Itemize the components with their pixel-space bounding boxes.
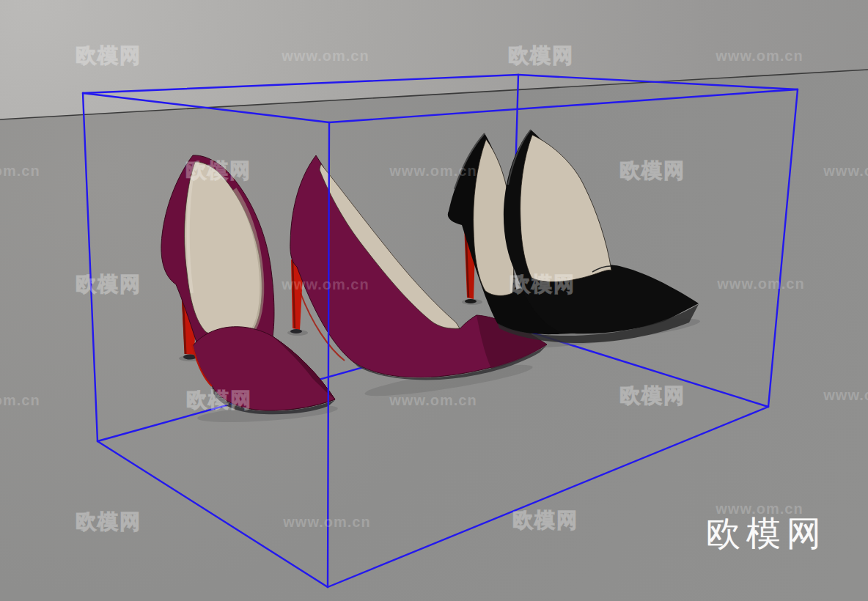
maroon-right-heel-tip bbox=[290, 329, 302, 333]
3d-viewport[interactable]: 欧模网www.om.cn欧模网www.om.cnwww.om.cn欧模网www.… bbox=[0, 0, 868, 601]
site-logo-watermark: 欧模网 bbox=[706, 511, 827, 557]
black-left-heel-tip bbox=[465, 299, 477, 303]
